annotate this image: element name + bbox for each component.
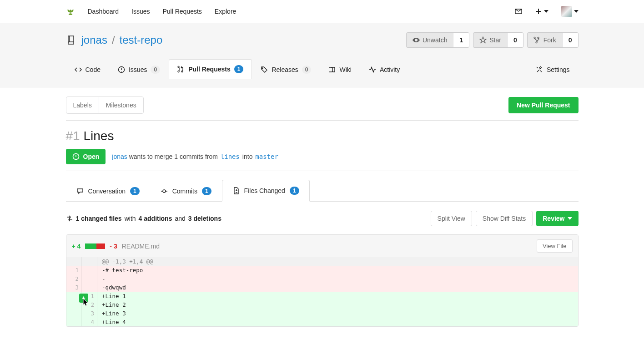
view-file-button[interactable]: View File xyxy=(537,239,573,253)
changed-files-count: 1 changed files xyxy=(76,215,122,222)
tab-releases-label: Releases xyxy=(272,66,298,73)
repo-header: jonas / test-repo Unwatch 1 Star xyxy=(0,23,644,87)
watch-button[interactable]: Unwatch 1 xyxy=(406,32,469,48)
watch-label: Unwatch xyxy=(423,36,447,44)
diff-hunk-header: @@ -1,3 +1,4 @@ xyxy=(66,257,578,266)
issue-open-icon xyxy=(72,153,80,160)
nav-explore[interactable]: Explore xyxy=(215,8,236,15)
fork-button[interactable]: Fork 0 xyxy=(527,32,579,48)
pr-merge-description: jonas wants to merge 1 commits from line… xyxy=(112,153,279,160)
file-deletions-label: - 3 xyxy=(110,243,117,250)
commits-count-pill: 1 xyxy=(202,187,211,195)
tab-pull-requests[interactable]: Pull Requests 1 xyxy=(169,59,252,79)
repo-name-link[interactable]: test-repo xyxy=(120,34,163,46)
pr-title: #1 Lines xyxy=(66,129,579,143)
target-branch[interactable]: master xyxy=(254,153,279,160)
review-dropdown[interactable]: Review xyxy=(536,211,578,226)
releases-count-pill: 0 xyxy=(302,66,312,74)
source-branch[interactable]: lines xyxy=(220,153,241,160)
diff-bar xyxy=(85,243,105,249)
nav-issues[interactable]: Issues xyxy=(131,8,150,15)
user-menu[interactable] xyxy=(561,6,579,17)
watch-count[interactable]: 1 xyxy=(453,33,469,47)
star-count[interactable]: 0 xyxy=(507,33,523,47)
nav-dashboard[interactable]: Dashboard xyxy=(88,8,119,15)
tab-wiki-label: Wiki xyxy=(339,66,351,73)
pr-status-badge: Open xyxy=(66,149,106,164)
tab-code-label: Code xyxy=(86,66,101,73)
labels-tab[interactable]: Labels xyxy=(66,97,99,113)
svg-point-2 xyxy=(163,190,166,193)
tab-pulls-label: Pull Requests xyxy=(188,66,231,73)
tag-icon xyxy=(261,66,268,73)
file-diff-icon xyxy=(232,187,240,194)
issue-icon xyxy=(118,66,125,73)
tab-releases[interactable]: Releases 0 xyxy=(252,59,320,79)
tab-activity[interactable]: Activity xyxy=(360,59,408,79)
tools-icon xyxy=(536,66,543,73)
pr-tab-conversation[interactable]: Conversation 1 xyxy=(66,180,150,202)
star-icon xyxy=(479,36,487,44)
diff-line-del[interactable]: 3 -qdwqwd xyxy=(66,283,578,292)
commit-icon xyxy=(161,188,168,195)
review-label: Review xyxy=(543,215,564,222)
file-diff-box: + 4 - 3 README.md View File @@ -1,3 +1,4… xyxy=(66,234,579,327)
pr-tab-files-label: Files Changed xyxy=(244,187,285,194)
diff-summary: 1 changed files with 4 additions and 3 d… xyxy=(66,215,221,222)
code-icon xyxy=(75,66,82,73)
eye-icon xyxy=(413,36,420,44)
labels-milestones-nav: Labels Milestones xyxy=(66,96,144,114)
create-dropdown[interactable] xyxy=(535,8,548,15)
milestones-tab[interactable]: Milestones xyxy=(99,97,143,113)
pulls-count-pill: 1 xyxy=(234,65,244,73)
issues-count-pill: 0 xyxy=(151,66,160,74)
avatar-icon xyxy=(561,6,572,17)
diff-line-add[interactable]: 3 +Line 3 xyxy=(66,309,578,318)
pr-tab-conversation-label: Conversation xyxy=(88,188,126,195)
pr-tab-files[interactable]: Files Changed 1 xyxy=(222,180,310,202)
additions-count: 4 additions xyxy=(139,215,172,222)
chevron-down-icon xyxy=(568,217,572,220)
repo-owner-link[interactable]: jonas xyxy=(81,34,107,46)
pr-author-link[interactable]: jonas xyxy=(112,153,127,160)
show-diff-stats-button[interactable]: Show Diff Stats xyxy=(476,211,533,226)
star-label: Star xyxy=(489,36,501,44)
nav-pull-requests[interactable]: Pull Requests xyxy=(162,8,201,15)
tab-issues-label: Issues xyxy=(129,66,147,73)
add-line-comment-button[interactable]: + xyxy=(79,294,88,303)
comment-icon xyxy=(76,188,84,195)
diff-table: @@ -1,3 +1,4 @@ 1 -# test-repo 2 - 3 -qd… xyxy=(66,257,578,326)
tab-issues[interactable]: Issues 0 xyxy=(109,59,169,79)
files-count-pill: 1 xyxy=(290,187,299,195)
logo-icon[interactable] xyxy=(66,6,75,17)
pr-status-label: Open xyxy=(83,153,100,160)
pr-tab-commits-label: Commits xyxy=(172,188,197,195)
top-navbar: Dashboard Issues Pull Requests Explore xyxy=(0,0,644,23)
diff-line-add[interactable]: 4 +Line 4 xyxy=(66,318,578,326)
conversation-count-pill: 1 xyxy=(130,187,140,195)
diff-line-add[interactable]: 2 +Line 2 xyxy=(66,300,578,309)
tab-activity-label: Activity xyxy=(380,66,400,73)
file-additions-label: + 4 xyxy=(72,243,81,250)
tab-settings-label: Settings xyxy=(547,66,570,73)
tab-settings[interactable]: Settings xyxy=(527,59,579,79)
tab-code[interactable]: Code xyxy=(66,59,109,79)
file-name[interactable]: README.md xyxy=(122,243,160,250)
tab-wiki[interactable]: Wiki xyxy=(320,59,360,79)
repo-icon xyxy=(66,35,77,46)
activity-icon xyxy=(369,66,376,73)
notifications-icon[interactable] xyxy=(515,8,522,15)
diff-line-add[interactable]: 1 +Line 1 xyxy=(66,292,578,300)
diff-line-del[interactable]: 1 -# test-repo xyxy=(66,266,578,274)
diff-line-del[interactable]: 2 - xyxy=(66,274,578,283)
book-icon xyxy=(328,66,336,73)
repo-breadcrumb: jonas / test-repo xyxy=(66,34,163,46)
star-button[interactable]: Star 0 xyxy=(473,32,523,48)
split-view-button[interactable]: Split View xyxy=(431,211,472,226)
fork-count[interactable]: 0 xyxy=(562,33,578,47)
pr-tab-commits[interactable]: Commits 1 xyxy=(150,180,222,202)
pr-title-text: Lines xyxy=(83,129,114,143)
fork-icon xyxy=(533,36,541,44)
new-pull-request-button[interactable]: New Pull Request xyxy=(508,97,578,113)
pr-number: #1 xyxy=(66,129,80,143)
